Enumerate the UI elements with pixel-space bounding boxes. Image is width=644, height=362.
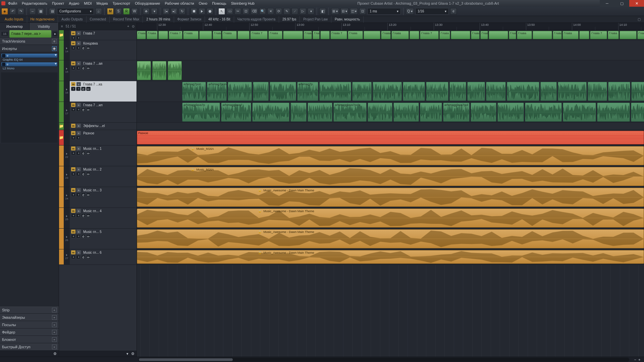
menu-devices[interactable]: Оборудование	[133, 1, 162, 6]
edit-channel[interactable]: e	[81, 87, 86, 91]
audio-clip[interactable]	[620, 31, 637, 39]
audio-clip[interactable]	[373, 82, 402, 101]
track-mute[interactable]: m	[71, 61, 75, 65]
audio-clip[interactable]: 🔒 Music_Awesome - Dawn Main Theme	[137, 208, 644, 228]
configurations-dropdown[interactable]: Configurations▾	[57, 8, 94, 15]
audio-clip[interactable]	[588, 82, 607, 101]
edit-channel[interactable]: e	[81, 234, 86, 238]
quick-section[interactable]: Быстрый Доступ▫	[0, 343, 59, 351]
audio-clip[interactable]	[253, 82, 268, 101]
audio-clip[interactable]: 🔒 Music_M16A	[137, 167, 644, 186]
play-button[interactable]	[199, 8, 205, 15]
audio-clip[interactable]: 🔒 Music_Awesome - Dawn Main Theme	[137, 250, 644, 264]
inserts-section[interactable]: Инсерты◉	[0, 45, 59, 52]
nudge-button[interactable]: ⊡	[359, 8, 366, 15]
color-picker[interactable]: ◧	[319, 8, 326, 15]
track-solo[interactable]: s	[76, 82, 81, 86]
track-mute[interactable]: m	[71, 250, 75, 254]
window-minimize[interactable]: ─	[600, 0, 614, 7]
audio-clip[interactable]	[137, 61, 151, 80]
audio-clip[interactable]	[410, 31, 419, 39]
list-icon[interactable]: ≡	[61, 24, 63, 28]
audio-clip[interactable]	[320, 31, 330, 39]
tracklist-zoom-out[interactable]: ▾	[126, 352, 128, 356]
audio-clip[interactable]	[352, 82, 372, 101]
track-solo[interactable]: s	[76, 41, 81, 45]
audio-clip[interactable]	[525, 103, 562, 122]
menu-transport[interactable]: Транспорт	[110, 1, 132, 6]
timewarp-tool[interactable]: ⟳	[275, 8, 282, 15]
freeze[interactable]: ∞	[86, 87, 91, 91]
monitor[interactable]	[76, 255, 80, 259]
track-mute[interactable]: m	[71, 188, 75, 192]
window-maximize[interactable]: ▢	[614, 0, 629, 7]
audio-clip[interactable]	[152, 61, 166, 80]
audio-clip[interactable]: Глава 7	[509, 31, 516, 39]
chevron-down-icon[interactable]	[55, 63, 57, 65]
audio-clip[interactable]	[489, 31, 508, 39]
monitor[interactable]	[76, 234, 80, 238]
undo-button[interactable]: ↶	[9, 8, 16, 15]
menu-audio[interactable]: Аудио	[67, 1, 81, 6]
audio-clip[interactable]	[319, 82, 351, 101]
quantize-settings[interactable]: e	[450, 8, 457, 15]
audio-clip[interactable]: Глава 7	[213, 31, 221, 39]
erase-tool[interactable]: ⌫	[251, 8, 258, 15]
audio-clip[interactable]	[451, 31, 470, 39]
line-tool[interactable]: ⟋	[291, 8, 298, 15]
track-row[interactable]: 27msMusic гл... 6e∞	[59, 249, 137, 265]
audio-clip[interactable]: Глава 7	[304, 31, 312, 39]
add-track-button[interactable]: +	[127, 24, 129, 28]
arrange-area[interactable]: 12:3012:4012:5013:0013:1013:2013:3013:40…	[137, 23, 644, 357]
solo-button[interactable]: S	[115, 8, 122, 15]
audio-clip[interactable]	[364, 31, 381, 39]
automation-button[interactable]: ⬘	[143, 8, 150, 15]
automation-mode[interactable]: ▾	[151, 8, 158, 15]
audio-clip[interactable]	[420, 103, 442, 122]
audio-clip[interactable]	[497, 103, 524, 122]
audio-clip[interactable]	[270, 82, 296, 101]
monitor[interactable]	[76, 87, 80, 91]
track-mute[interactable]: m	[71, 230, 75, 234]
audio-clip[interactable]: Глава 7	[381, 31, 390, 39]
range-tool[interactable]: ▭	[226, 8, 233, 15]
audio-clip[interactable]	[290, 103, 307, 122]
horizontal-scrollbar[interactable]	[138, 358, 629, 362]
expand-icon[interactable]: ▸	[53, 32, 57, 36]
freeze[interactable]: ∞	[86, 172, 91, 176]
audio-clip[interactable]: Глава 7	[420, 31, 439, 39]
monitor[interactable]	[76, 214, 80, 218]
audio-clip[interactable]: arhimag7ponovom	[207, 82, 227, 101]
record-enable[interactable]	[71, 151, 75, 155]
draw-tool[interactable]: ✎	[283, 8, 290, 15]
freeze[interactable]: ∞	[86, 46, 91, 50]
track-solo[interactable]: s	[76, 146, 81, 150]
layout-button[interactable]: ▤	[49, 8, 56, 15]
inspector-track-row[interactable]: 16 Глава 7 пере...ка > ▸	[0, 30, 59, 38]
audio-clip[interactable]: Глава	[313, 31, 319, 39]
monitor[interactable]	[76, 66, 80, 70]
freeze[interactable]: ∞	[86, 234, 91, 238]
cycle-button[interactable]: ↻	[179, 8, 185, 15]
audio-clip[interactable]	[471, 103, 496, 122]
audio-clip[interactable]: Глава 7	[169, 31, 182, 39]
strip-section[interactable]: Strip▫	[0, 306, 59, 314]
monitor[interactable]	[76, 172, 80, 176]
track-row[interactable]: 📁msГлава 7	[59, 30, 137, 40]
track-solo[interactable]: s	[76, 230, 81, 234]
mute-button[interactable]: M	[107, 8, 114, 15]
folder-clip[interactable]: Разное	[137, 131, 644, 144]
split-tool[interactable]: ✂	[234, 8, 241, 15]
audio-clip[interactable]: Глава 7	[471, 31, 480, 39]
write-button[interactable]: W	[131, 8, 138, 15]
insert-slot-1[interactable]: e	[1, 53, 58, 58]
record-enable[interactable]	[71, 255, 75, 259]
audio-clip[interactable]: Глава 7	[637, 31, 644, 39]
record-enable[interactable]	[71, 87, 75, 91]
audio-clip[interactable]	[563, 103, 596, 122]
audio-clip[interactable]	[631, 103, 644, 122]
audio-clip[interactable]: Глава 7	[553, 31, 562, 39]
status-corner-icon[interactable]: ▢	[634, 16, 644, 23]
scrollbar-thumb[interactable]	[139, 358, 233, 361]
mute-tool[interactable]: ✕	[267, 8, 274, 15]
